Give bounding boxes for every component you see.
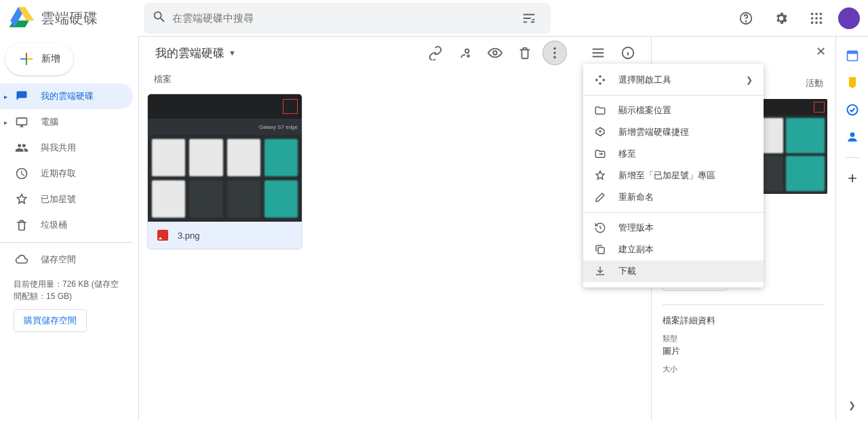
nav-storage[interactable]: 儲存空間 — [0, 247, 138, 273]
info-icon[interactable] — [616, 41, 640, 65]
add-app-icon[interactable] — [846, 172, 859, 185]
svg-point-2 — [811, 12, 814, 15]
tasks-app-icon[interactable] — [846, 103, 859, 117]
nav-starred[interactable]: 已加星號 — [0, 186, 138, 212]
file-name-label: 3.png — [178, 230, 200, 241]
menu-make-copy[interactable]: 建立副本 — [583, 239, 764, 260]
svg-point-4 — [820, 12, 823, 15]
svg-point-11 — [493, 51, 497, 55]
search-bar[interactable] — [144, 3, 551, 34]
brand-text: 雲端硬碟 — [41, 9, 98, 28]
svg-point-6 — [815, 17, 818, 20]
contacts-app-icon[interactable] — [846, 130, 859, 144]
help-icon[interactable] — [732, 5, 760, 32]
get-link-icon[interactable] — [423, 41, 448, 65]
search-options-icon[interactable] — [515, 5, 542, 32]
menu-add-shortcut[interactable]: 新增雲端硬碟捷徑 — [583, 121, 764, 143]
share-icon[interactable] — [453, 41, 477, 65]
menu-download[interactable]: 下載 — [583, 260, 764, 282]
more-actions-icon[interactable] — [542, 41, 567, 65]
breadcrumb[interactable]: 我的雲端硬碟▼ — [150, 43, 241, 64]
chevron-right-icon: ❯ — [746, 75, 753, 85]
image-file-icon — [157, 230, 168, 241]
chevron-down-icon: ▼ — [229, 49, 236, 57]
svg-point-5 — [811, 17, 814, 20]
menu-move-to[interactable]: 移至 — [583, 143, 764, 165]
svg-point-8 — [811, 21, 814, 24]
brand[interactable]: 雲端硬碟 — [8, 5, 144, 32]
svg-point-1 — [745, 21, 746, 22]
svg-point-9 — [815, 21, 818, 24]
menu-show-location[interactable]: 顯示檔案位置 — [583, 100, 764, 121]
svg-point-12 — [553, 47, 556, 50]
sidebar: 新增 ▸我的雲端硬碟 ▸電腦 與我共用 近期存取 已加星號 垃圾桶 儲存空間 目… — [0, 36, 138, 421]
nav-recent[interactable]: 近期存取 — [0, 161, 138, 186]
nav-shared[interactable]: 與我共用 — [0, 135, 138, 161]
type-label: 類型 — [663, 334, 825, 344]
new-button[interactable]: 新增 — [5, 43, 73, 75]
svg-rect-20 — [598, 247, 604, 254]
file-thumbnail: Galaxy S7 edge — [148, 94, 302, 222]
avatar[interactable] — [838, 7, 860, 29]
chevron-right-icon[interactable]: ❯ — [844, 397, 860, 413]
svg-point-13 — [553, 52, 556, 54]
menu-rename[interactable]: 重新命名 — [583, 186, 764, 208]
settings-icon[interactable] — [768, 5, 795, 32]
menu-manage-versions[interactable]: 管理版本 — [583, 217, 764, 239]
delete-icon[interactable] — [513, 41, 537, 65]
buy-storage-button[interactable]: 購買儲存空間 — [14, 309, 87, 332]
svg-point-7 — [820, 17, 823, 20]
svg-point-19 — [850, 132, 854, 137]
svg-point-3 — [815, 12, 818, 15]
menu-add-star[interactable]: 新增至「已加星號」專區 — [583, 165, 764, 186]
nav-mydrive[interactable]: ▸我的雲端硬碟 — [0, 83, 133, 109]
svg-point-10 — [820, 21, 823, 24]
search-icon — [152, 9, 167, 26]
svg-rect-17 — [847, 51, 857, 54]
section-label: 檔案 — [139, 69, 651, 94]
keep-app-icon[interactable] — [846, 76, 859, 89]
list-view-icon[interactable] — [586, 41, 610, 65]
plus-icon — [18, 51, 35, 67]
file-card[interactable]: Galaxy S7 edge 3.png — [147, 94, 302, 249]
context-menu: 選擇開啟工具❯ 顯示檔案位置 新增雲端硬碟捷徑 移至 新增至「已加星號」專區 重… — [583, 64, 764, 287]
file-details-title: 檔案詳細資料 — [663, 315, 825, 327]
calendar-app-icon[interactable] — [846, 49, 859, 62]
tab-activity[interactable]: 活動 — [793, 72, 835, 95]
drive-logo-icon — [8, 5, 35, 32]
svg-point-14 — [553, 56, 556, 59]
apps-icon[interactable] — [803, 5, 830, 32]
new-button-label: 新增 — [41, 53, 60, 65]
side-rail — [835, 37, 868, 421]
menu-open-with[interactable]: 選擇開啟工具❯ — [583, 69, 764, 91]
nav-computers[interactable]: ▸電腦 — [0, 109, 138, 135]
nav-trash[interactable]: 垃圾桶 — [0, 212, 138, 238]
storage-usage: 目前使用量：726 KB (儲存空間配額：15 GB) — [0, 273, 138, 302]
type-value: 圖片 — [663, 345, 825, 357]
close-icon[interactable]: ✕ — [811, 42, 830, 61]
search-input[interactable] — [167, 12, 515, 24]
preview-icon[interactable] — [483, 41, 507, 65]
size-label: 大小 — [663, 364, 825, 374]
